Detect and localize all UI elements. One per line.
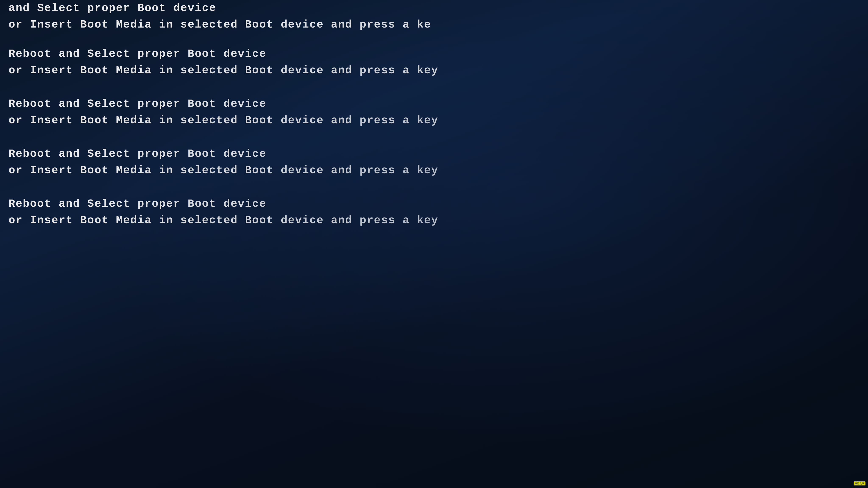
- bios-screen: and Select proper Boot device or Insert …: [0, 0, 868, 488]
- boot-line-3-2: or Insert Boot Media in selected Boot de…: [8, 162, 860, 179]
- boot-line-1-2: or Insert Boot Media in selected Boot de…: [8, 62, 860, 79]
- boot-line-4-2: or Insert Boot Media in selected Boot de…: [8, 212, 860, 229]
- boot-message-0: and Select proper Boot device or Insert …: [8, 0, 860, 33]
- boot-line-2-1: Reboot and Select proper Boot device: [8, 96, 860, 112]
- boot-line-0-1: and Select proper Boot device: [8, 0, 860, 17]
- watermark: 图吧之家: [854, 482, 865, 485]
- boot-message-4: Reboot and Select proper Boot device or …: [8, 196, 860, 229]
- boot-message-3: Reboot and Select proper Boot device or …: [8, 146, 860, 179]
- boot-message-1: Reboot and Select proper Boot device or …: [8, 46, 860, 79]
- boot-message-2: Reboot and Select proper Boot device or …: [8, 96, 860, 129]
- boot-line-3-1: Reboot and Select proper Boot device: [8, 146, 860, 162]
- boot-line-0-2: or Insert Boot Media in selected Boot de…: [8, 17, 860, 33]
- boot-line-1-1: Reboot and Select proper Boot device: [8, 46, 860, 62]
- boot-line-4-1: Reboot and Select proper Boot device: [8, 196, 860, 212]
- boot-line-2-2: or Insert Boot Media in selected Boot de…: [8, 112, 860, 129]
